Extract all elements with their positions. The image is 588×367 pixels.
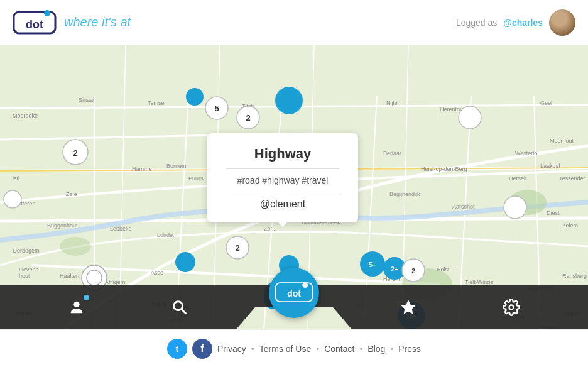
svg-line-111 bbox=[182, 310, 187, 314]
svg-text:Begijnendijk: Begijnendijk bbox=[389, 191, 420, 197]
nav-settings-button[interactable] bbox=[498, 293, 525, 321]
svg-point-80 bbox=[459, 106, 481, 129]
svg-point-79 bbox=[275, 87, 303, 114]
center-dot-logo: dot bbox=[275, 280, 313, 305]
svg-text:Nijlen: Nijlen bbox=[386, 100, 401, 106]
svg-text:Holst...: Holst... bbox=[437, 266, 454, 273]
svg-text:2: 2 bbox=[73, 148, 77, 158]
star-icon bbox=[400, 299, 417, 316]
svg-text:Haaltert: Haaltert bbox=[60, 273, 80, 279]
svg-text:5+: 5+ bbox=[369, 261, 376, 268]
popup-title: Highway bbox=[226, 146, 339, 169]
center-dot-button[interactable]: dot bbox=[269, 268, 319, 318]
svg-text:2: 2 bbox=[411, 268, 415, 275]
svg-text:Meerhout: Meerhout bbox=[550, 138, 574, 144]
location-popup: Highway #road #highway #travel @clement bbox=[207, 133, 358, 222]
svg-text:Zer...: Zer... bbox=[264, 226, 277, 232]
svg-text:Moerbeke: Moerbeke bbox=[13, 112, 38, 119]
svg-text:Puurs: Puurs bbox=[188, 175, 204, 182]
svg-point-110 bbox=[174, 302, 183, 310]
svg-point-107 bbox=[4, 190, 21, 208]
svg-marker-112 bbox=[401, 300, 415, 314]
svg-text:Lebbeke: Lebbeke bbox=[110, 226, 132, 232]
username[interactable]: @charles bbox=[503, 18, 543, 28]
svg-point-83 bbox=[175, 252, 195, 272]
twitter-button[interactable]: t bbox=[167, 339, 187, 359]
svg-text:2: 2 bbox=[235, 243, 239, 253]
svg-text:Sinaai: Sinaai bbox=[79, 97, 94, 103]
svg-point-101 bbox=[504, 196, 526, 219]
nav-search-button[interactable] bbox=[166, 293, 193, 321]
search-icon bbox=[171, 299, 188, 316]
twitter-icon: t bbox=[176, 344, 179, 354]
svg-text:dot: dot bbox=[26, 18, 43, 31]
nav-profile-button[interactable] bbox=[63, 293, 90, 321]
svg-text:Oordegem: Oordegem bbox=[13, 248, 40, 254]
notification-dot bbox=[84, 295, 89, 300]
svg-text:Londe...: Londe... bbox=[157, 232, 178, 238]
avatar-image bbox=[549, 9, 575, 36]
svg-point-113 bbox=[509, 305, 514, 310]
svg-text:Tessender: Tessender bbox=[559, 175, 585, 182]
svg-point-2 bbox=[44, 10, 50, 16]
svg-point-82 bbox=[87, 270, 102, 285]
gear-icon bbox=[503, 299, 520, 316]
svg-text:Zelem: Zelem bbox=[562, 222, 578, 229]
svg-text:Tielt-Winge: Tielt-Winge bbox=[465, 279, 493, 285]
svg-point-74 bbox=[186, 88, 204, 106]
svg-text:Affligem: Affligem bbox=[105, 279, 125, 285]
svg-text:Berlaar: Berlaar bbox=[383, 150, 401, 156]
nav-favorites-button[interactable] bbox=[395, 293, 422, 321]
logo-area: dot where it's at bbox=[13, 7, 131, 38]
svg-text:Laakdal: Laakdal bbox=[540, 163, 560, 169]
svg-text:Asse: Asse bbox=[151, 270, 163, 276]
popup-user: @clement bbox=[226, 199, 339, 210]
svg-text:Diest: Diest bbox=[547, 210, 560, 216]
avatar[interactable] bbox=[549, 9, 575, 36]
svg-text:hout: hout bbox=[19, 273, 30, 279]
user-area: Logged as @charles bbox=[456, 9, 575, 36]
person-icon bbox=[68, 299, 85, 316]
footer: t f Privacy • Terms of Use • Contact • B… bbox=[0, 329, 588, 367]
popup-tags: #road #highway #travel bbox=[226, 175, 339, 192]
svg-text:Heist-op-den-Berg: Heist-op-den-Berg bbox=[421, 166, 467, 172]
svg-text:isti: isti bbox=[13, 175, 19, 182]
svg-text:5: 5 bbox=[214, 104, 219, 113]
svg-point-116 bbox=[302, 282, 308, 288]
contact-link[interactable]: Contact bbox=[324, 344, 354, 354]
terms-link[interactable]: Terms of Use bbox=[259, 344, 311, 354]
svg-text:Ransberg: Ransberg bbox=[562, 273, 587, 279]
svg-text:Aarschot: Aarschot bbox=[452, 204, 475, 210]
svg-text:2: 2 bbox=[246, 113, 250, 123]
svg-text:Bornem: Bornem bbox=[166, 163, 187, 169]
logo: dot bbox=[13, 7, 57, 38]
header: dot where it's at Logged as @charles bbox=[0, 0, 588, 45]
logged-as-label: Logged as bbox=[456, 18, 497, 28]
svg-text:Herselt: Herselt bbox=[509, 175, 527, 182]
svg-text:Geel: Geel bbox=[540, 100, 552, 106]
tagline: where it's at bbox=[64, 15, 131, 30]
blog-link[interactable]: Blog bbox=[368, 344, 385, 354]
svg-text:Westerlo: Westerlo bbox=[515, 150, 537, 156]
svg-text:Buggenhout: Buggenhout bbox=[47, 222, 78, 229]
svg-text:Lievens-: Lievens- bbox=[19, 266, 40, 273]
facebook-button[interactable]: f bbox=[192, 339, 212, 359]
press-link[interactable]: Press bbox=[398, 344, 421, 354]
svg-text:dot: dot bbox=[287, 288, 301, 299]
svg-text:Temse: Temse bbox=[148, 100, 165, 106]
facebook-icon: f bbox=[200, 343, 204, 354]
svg-point-22 bbox=[60, 237, 91, 256]
privacy-link[interactable]: Privacy bbox=[217, 344, 246, 354]
svg-text:Hamme: Hamme bbox=[132, 166, 152, 172]
svg-text:Zele: Zele bbox=[66, 191, 77, 197]
svg-text:2+: 2+ bbox=[391, 266, 398, 273]
svg-point-109 bbox=[74, 302, 79, 307]
